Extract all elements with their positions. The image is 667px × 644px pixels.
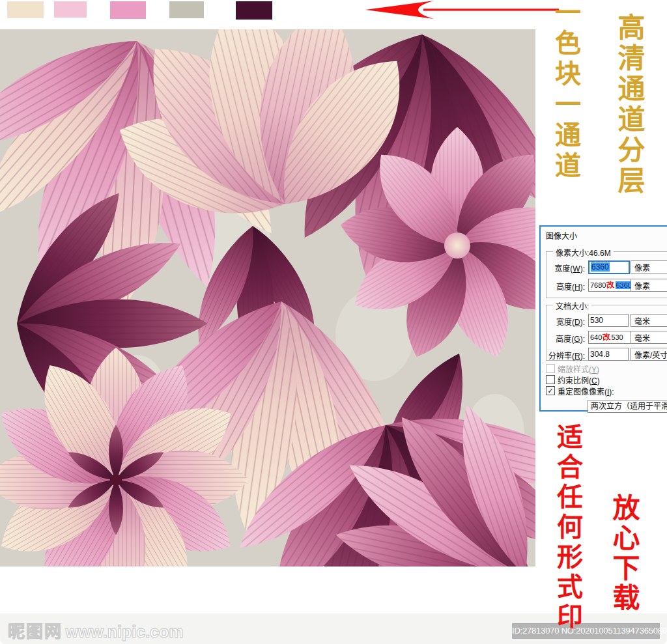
image-size-dialog: 图像大小 像素大小:46.6M 宽度(W): 6360 像素∨ 高度(H): 7… xyxy=(539,225,667,412)
resolution-unit-select[interactable]: 像素/英寸 xyxy=(631,348,667,361)
constrain-proportions-label: 约束比例(C) xyxy=(558,374,600,385)
slogan-hd-channel-layers: 高清通道分层 xyxy=(615,13,642,197)
slogan-download-with-confidence: 放心下载 xyxy=(610,494,637,613)
resample-method-select[interactable]: 两次立方（适用于平滑渐变 xyxy=(588,400,667,413)
pixel-width-unit-select[interactable]: 像素∨ xyxy=(631,260,667,273)
nipic-logo-cn: 昵图网 xyxy=(8,622,63,641)
doc-width-input[interactable]: 530 xyxy=(588,314,629,327)
pixel-height-input[interactable]: 7680改6360 xyxy=(588,279,631,292)
color-swatch-gray xyxy=(169,1,204,18)
resolution-input[interactable]: 304.8 xyxy=(588,348,629,361)
resample-image-checkbox-row[interactable]: ✓ 重定图像像素(I): xyxy=(546,385,614,396)
scale-styles-checkbox-row: 缩放样式(Y) xyxy=(546,363,599,374)
resample-image-label: 重定图像像素(I): xyxy=(558,385,614,397)
resample-image-checkbox[interactable]: ✓ xyxy=(546,386,555,395)
color-swatch-pink xyxy=(110,1,146,19)
doc-width-label: 宽度(D): xyxy=(541,316,585,327)
pixel-height-unit-select[interactable]: 像素∨ xyxy=(631,279,667,292)
edit-mark: 改 xyxy=(605,279,616,292)
resolution-label: 分辨率(R): xyxy=(541,350,585,361)
document-size-group-label: 文档大小: xyxy=(553,300,591,311)
slogan-one-block-one-channel: 一色块一通道 xyxy=(553,0,579,182)
color-swatch-dark-maroon xyxy=(236,1,272,20)
slogan-suits-any-print-form: 适合任何形式印 xyxy=(555,423,581,633)
left-arrow-icon xyxy=(363,0,560,20)
nipic-watermark-logo: 昵图网 www.nipic.com xyxy=(8,618,184,642)
constrain-proportions-checkbox[interactable] xyxy=(546,375,555,384)
color-swatch-cream xyxy=(7,1,44,18)
color-swatch-light-pink xyxy=(54,1,87,18)
nipic-logo-url: www.nipic.com xyxy=(65,623,183,641)
scale-styles-checkbox xyxy=(546,364,555,373)
pixel-width-input[interactable]: 6360 xyxy=(588,260,630,274)
dialog-title: 图像大小 xyxy=(546,230,577,241)
doc-width-unit-select[interactable]: 毫米 xyxy=(631,314,667,327)
image-id-badge: ID:27813070 NO:20201005113947365086 xyxy=(512,623,660,639)
constrain-proportions-checkbox-row[interactable]: 约束比例(C) xyxy=(546,374,600,385)
page: 一色块一通道 高清通道分层 图像大小 像素大小:46.6M 宽度(W): 636… xyxy=(0,0,667,644)
pixel-width-label: 宽度(W): xyxy=(541,262,585,273)
floral-pattern-image xyxy=(0,29,535,567)
doc-height-unit-select[interactable]: 毫米 xyxy=(631,331,667,344)
pixel-height-label: 高度(H): xyxy=(541,281,585,292)
doc-height-input[interactable]: 640改530 xyxy=(588,331,631,344)
scale-styles-label: 缩放样式(Y) xyxy=(558,363,599,374)
pixel-size-group-label: 像素大小:46.6M xyxy=(553,247,614,258)
doc-height-label: 高度(G): xyxy=(541,333,585,344)
edit-mark: 改 xyxy=(601,331,612,344)
